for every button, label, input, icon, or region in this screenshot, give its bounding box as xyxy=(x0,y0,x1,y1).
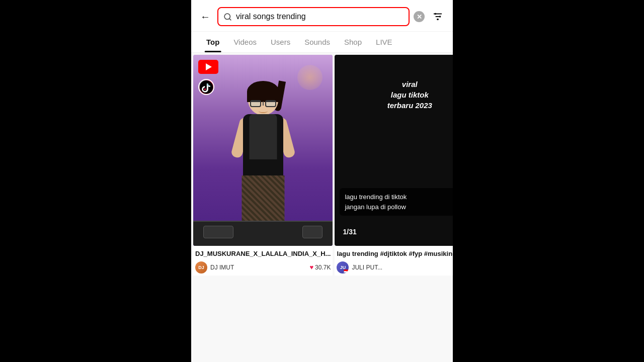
video-grid: 6/12/2022 DJ_MUSKURANE_X_LALALA_INDIA_X_… xyxy=(191,53,453,278)
svg-point-5 xyxy=(435,13,437,15)
svg-point-9 xyxy=(204,88,206,90)
back-arrow-icon: ← xyxy=(200,11,210,23)
filter-button[interactable] xyxy=(429,8,447,26)
video-title-left: DJ_MUSKURANE_X_LALALA_INDIA_X_H... xyxy=(195,250,331,258)
viral-line-2: lagu tiktok xyxy=(391,90,429,99)
viral-line-1: viral xyxy=(402,80,418,88)
video-meta-right: JU 🇮🇩 JULI PUT... ♥ 10.7K xyxy=(337,261,453,274)
search-icon xyxy=(223,13,232,21)
author-avatar-right: JU 🇮🇩 xyxy=(337,261,349,274)
caption-box: lagu trending di tiktok jangan lupa di p… xyxy=(340,188,453,216)
video-info-right: lagu trending #djtiktok #fyp #musikindon… xyxy=(335,246,453,276)
video-title-right: lagu trending #djtiktok #fyp #musikindon… xyxy=(337,250,453,258)
author-avatar-left: DJ xyxy=(195,261,207,274)
video-card-left[interactable]: 6/12/2022 DJ_MUSKURANE_X_LALALA_INDIA_X_… xyxy=(193,55,333,276)
tab-live[interactable]: LIVE xyxy=(369,32,399,52)
tab-sounds[interactable]: Sounds xyxy=(297,32,337,52)
viral-line-3: terbaru 2023 xyxy=(387,101,432,110)
page-indicator: 1/31 xyxy=(343,228,356,236)
tabs-bar: Top Videos Users Sounds Shop LIVE xyxy=(191,32,453,53)
video-card-right[interactable]: viral lagu tiktok terbaru 2023 lagu tren… xyxy=(335,55,453,276)
content-area: 6/12/2022 DJ_MUSKURANE_X_LALALA_INDIA_X_… xyxy=(191,53,453,362)
tab-videos[interactable]: Videos xyxy=(226,32,264,52)
svg-point-7 xyxy=(437,19,439,21)
clear-search-button[interactable]: ✕ xyxy=(414,11,425,22)
svg-point-6 xyxy=(439,16,441,18)
tab-shop[interactable]: Shop xyxy=(337,32,369,52)
tab-top[interactable]: Top xyxy=(199,32,226,52)
search-query-text: viral songs trending xyxy=(236,12,404,21)
tiktok-avatar-left[interactable] xyxy=(198,79,214,95)
filter-icon xyxy=(432,11,443,22)
back-button[interactable]: ← xyxy=(197,9,213,25)
video-info-left: DJ_MUSKURANE_X_LALALA_INDIA_X_H... DJ DJ… xyxy=(193,246,333,276)
youtube-logo[interactable] xyxy=(198,60,218,74)
viral-text-block: viral lagu tiktok terbaru 2023 xyxy=(335,80,453,110)
video-meta-left: DJ DJ IMUT ♥ 30.7K xyxy=(195,261,331,274)
svg-line-1 xyxy=(229,18,231,20)
caption-line-2: jangan lupa di pollow xyxy=(345,202,453,212)
like-count-left: 30.7K xyxy=(315,264,331,271)
author-name-left: DJ IMUT xyxy=(210,264,306,271)
caption-line-1: lagu trending di tiktok xyxy=(345,192,453,202)
author-name-right: JULI PUT... xyxy=(352,264,453,271)
search-box[interactable]: viral songs trending xyxy=(217,7,410,26)
phone-container: ← viral songs trending ✕ xyxy=(191,0,453,362)
youtube-play-icon xyxy=(206,63,212,70)
like-section-left: ♥ 30.7K xyxy=(309,263,331,271)
video-thumb-left xyxy=(193,55,333,246)
heart-icon-left: ♥ xyxy=(309,263,313,271)
clear-icon: ✕ xyxy=(417,13,422,21)
tab-users[interactable]: Users xyxy=(264,32,297,52)
search-header: ← viral songs trending ✕ xyxy=(191,0,453,32)
flag-icon: 🇮🇩 xyxy=(344,269,349,274)
